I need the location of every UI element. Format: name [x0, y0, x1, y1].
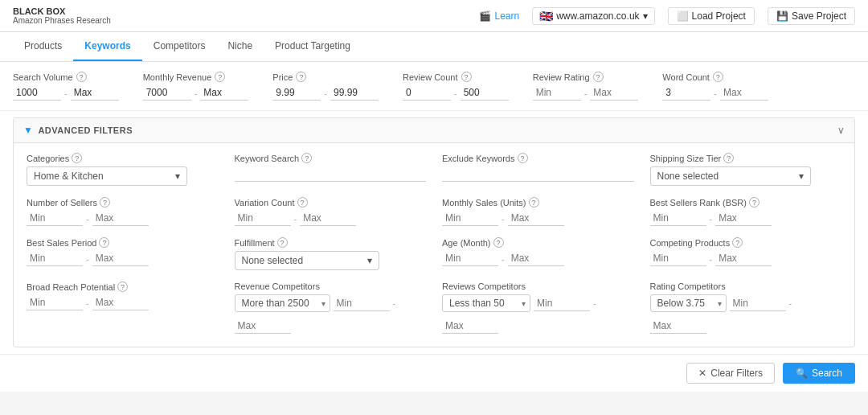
- price-max[interactable]: [330, 85, 379, 101]
- search-button[interactable]: 🔍 Search: [783, 363, 855, 384]
- revenue-competitors-min[interactable]: [334, 296, 390, 311]
- competing-products-min[interactable]: [650, 251, 706, 266]
- filter-price: Price ? -: [272, 72, 379, 101]
- shipping-chevron-icon: ▾: [799, 171, 804, 182]
- adv-col-bsr: Best Sellers Rank (BSR) ? -: [650, 197, 842, 226]
- price-info-icon: ?: [296, 72, 306, 82]
- categories-chevron-icon: ▾: [175, 171, 180, 182]
- learn-link[interactable]: 🎬 Learn: [479, 10, 519, 22]
- rating-competitors-min[interactable]: [730, 296, 786, 311]
- num-sellers-min[interactable]: [27, 211, 83, 226]
- tab-keywords[interactable]: Keywords: [73, 32, 141, 61]
- variation-count-max[interactable]: [300, 211, 356, 226]
- clear-filters-button[interactable]: ✕ Clear Filters: [686, 363, 775, 384]
- categories-dropdown[interactable]: Home & Kitchen ▾: [27, 166, 187, 186]
- tab-niche[interactable]: Niche: [216, 32, 264, 61]
- review-rating-info-icon: ?: [593, 72, 604, 82]
- load-icon: ⬜: [677, 10, 689, 22]
- fulfillment-dropdown[interactable]: None selected ▾: [235, 251, 379, 270]
- best-sales-period-max[interactable]: [92, 251, 149, 266]
- fulfillment-chevron-icon: ▾: [367, 255, 372, 266]
- adv-col-shipping-size-tier: Shipping Size Tier ? None selected ▾: [650, 153, 842, 186]
- age-month-min[interactable]: [442, 251, 498, 266]
- adv-row-2: Number of Sellers ? - Variation Count ?: [27, 197, 841, 226]
- shipping-size-tier-info-icon: ?: [723, 153, 734, 163]
- reviews-competitors-max[interactable]: [442, 318, 498, 334]
- flag-icon: 🇬🇧: [539, 10, 553, 23]
- adv-row-3: Best Sales Period ? - Fulfillment ?: [27, 237, 841, 270]
- adv-col-variation-count: Variation Count ? -: [235, 197, 427, 226]
- monthly-revenue-info-icon: ?: [215, 72, 225, 82]
- reviews-competitors-min[interactable]: [534, 296, 590, 311]
- rating-competitors-max[interactable]: [650, 318, 706, 334]
- review-count-info-icon: ?: [461, 72, 472, 82]
- keyword-search-info-icon: ?: [301, 153, 312, 163]
- review-count-max[interactable]: [461, 85, 509, 101]
- rating-competitors-select-wrapper: Below 3.75 Above 3.75 Below 4.0: [650, 294, 727, 312]
- num-sellers-max[interactable]: [92, 211, 149, 226]
- learn-icon: 🎬: [479, 10, 491, 22]
- word-count-min[interactable]: [662, 85, 710, 101]
- region-selector[interactable]: 🇬🇧 www.amazon.co.uk ▾: [532, 7, 654, 25]
- top-bar: BLACK BOX Amazon Phrases Research 🎬 Lear…: [0, 0, 868, 32]
- age-month-max[interactable]: [508, 251, 564, 266]
- adv-col-revenue-competitors: Revenue Competitors More than 2500 Less …: [235, 281, 427, 334]
- adv-col-monthly-sales: Monthly Sales (Units) ? -: [442, 197, 634, 226]
- variation-count-min[interactable]: [235, 211, 291, 226]
- app-title: BLACK BOX: [13, 6, 111, 16]
- broad-reach-min[interactable]: [27, 295, 83, 310]
- search-volume-min[interactable]: [13, 85, 61, 101]
- monthly-revenue-min[interactable]: [143, 85, 191, 101]
- filters-bar: Search Volume ? - Monthly Revenue ? -: [0, 62, 868, 111]
- filter-search-volume: Search Volume ? -: [13, 72, 119, 101]
- monthly-sales-max[interactable]: [508, 211, 564, 226]
- rating-competitors-select[interactable]: Below 3.75 Above 3.75 Below 4.0: [650, 294, 727, 312]
- filter-groups: Search Volume ? - Monthly Revenue ? -: [13, 72, 855, 101]
- adv-col-broad-reach: Broad Reach Potential ? -: [27, 281, 219, 334]
- bsr-max[interactable]: [715, 211, 772, 226]
- competing-products-max[interactable]: [715, 251, 772, 266]
- adv-row-4: Broad Reach Potential ? - Revenue Compet…: [27, 281, 841, 334]
- search-volume-max[interactable]: [71, 85, 119, 101]
- revenue-competitors-max[interactable]: [235, 318, 291, 334]
- adv-col-competing-products: Competing Products ? -: [650, 237, 842, 270]
- review-rating-max[interactable]: [590, 85, 638, 101]
- exclude-keywords-info-icon: ?: [518, 153, 528, 163]
- categories-info-icon: ?: [72, 153, 82, 163]
- adv-row-1: Categories ? Home & Kitchen ▾ Keyword Se…: [27, 153, 841, 186]
- review-rating-min[interactable]: [533, 85, 581, 101]
- variation-count-info-icon: ?: [297, 197, 308, 208]
- adv-col-fulfillment: Fulfillment ? None selected ▾: [235, 237, 427, 270]
- main-container: Products Keywords Competitors Niche Prod…: [0, 32, 868, 392]
- advanced-filters-body: Categories ? Home & Kitchen ▾ Keyword Se…: [14, 143, 854, 347]
- age-month-info-icon: ?: [493, 237, 504, 248]
- keyword-search-input[interactable]: [235, 166, 427, 182]
- adv-col-keyword-search: Keyword Search ?: [235, 153, 427, 186]
- save-project-button[interactable]: 💾 Save Project: [768, 7, 855, 25]
- word-count-max[interactable]: [720, 85, 768, 101]
- price-min[interactable]: [272, 85, 321, 101]
- save-icon: 💾: [776, 10, 788, 22]
- filter-review-count: Review Count ? -: [403, 72, 509, 101]
- fulfillment-info-icon: ?: [277, 237, 288, 248]
- top-bar-right: 🎬 Learn 🇬🇧 www.amazon.co.uk ▾ ⬜ Load Pro…: [479, 7, 855, 25]
- tab-competitors[interactable]: Competitors: [142, 32, 217, 61]
- broad-reach-max[interactable]: [92, 295, 149, 310]
- best-sales-period-min[interactable]: [27, 251, 83, 266]
- adv-col-reviews-competitors: Reviews Competitors Less than 50 More th…: [442, 281, 634, 334]
- revenue-competitors-select[interactable]: More than 2500 Less than 2500 More than …: [235, 294, 330, 312]
- advanced-filters-header[interactable]: ▼ ADVANCED FILTERS ∨: [14, 118, 854, 143]
- monthly-sales-min[interactable]: [442, 211, 498, 226]
- tab-products[interactable]: Products: [13, 32, 73, 61]
- filter-monthly-revenue: Monthly Revenue ? -: [143, 72, 249, 101]
- shipping-size-tier-dropdown[interactable]: None selected ▾: [650, 166, 811, 186]
- load-project-button[interactable]: ⬜ Load Project: [668, 7, 755, 25]
- bsr-min[interactable]: [650, 211, 706, 226]
- best-sales-period-info-icon: ?: [99, 237, 109, 248]
- tab-product-targeting[interactable]: Product Targeting: [264, 32, 362, 61]
- review-count-min[interactable]: [403, 85, 451, 101]
- exclude-keywords-input[interactable]: [442, 166, 634, 182]
- reviews-competitors-select[interactable]: Less than 50 More than 50 Less than 100: [442, 294, 530, 312]
- monthly-revenue-max[interactable]: [200, 85, 248, 101]
- filter-funnel-icon: ▼: [23, 125, 33, 136]
